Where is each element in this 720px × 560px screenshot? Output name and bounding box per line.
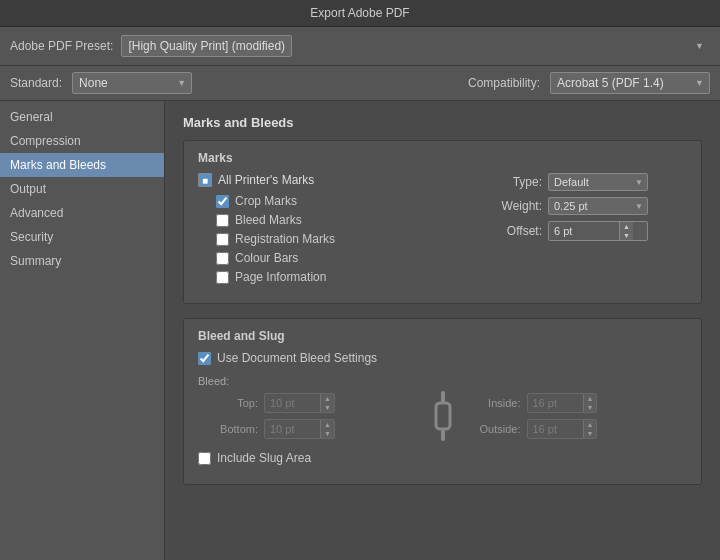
bleed-right-col: Inside: ▲ ▼ Outside: bbox=[461, 393, 688, 439]
use-document-row: Use Document Bleed Settings bbox=[198, 351, 687, 365]
inside-row: Inside: ▲ ▼ bbox=[461, 393, 688, 413]
colour-bars-checkbox[interactable] bbox=[216, 252, 229, 265]
registration-marks-checkbox[interactable] bbox=[216, 233, 229, 246]
preset-label: Adobe PDF Preset: bbox=[10, 39, 113, 53]
sidebar-item-advanced[interactable]: Advanced bbox=[0, 201, 164, 225]
compatibility-select-wrapper: Acrobat 5 (PDF 1.4) bbox=[550, 72, 710, 94]
bottom-input[interactable] bbox=[265, 421, 320, 437]
page-information-checkbox[interactable] bbox=[216, 271, 229, 284]
svg-rect-2 bbox=[436, 403, 450, 429]
bottom-label: Bottom: bbox=[198, 423, 258, 435]
page-information-row: Page Information bbox=[216, 270, 467, 284]
outside-down-button[interactable]: ▼ bbox=[584, 429, 597, 438]
include-slug-checkbox[interactable] bbox=[198, 452, 211, 465]
outside-up-button[interactable]: ▲ bbox=[584, 420, 597, 429]
svg-rect-0 bbox=[441, 391, 445, 403]
marks-group: Marks ■ All Printer's Marks Crop Marks bbox=[183, 140, 702, 304]
bottom-spinner-buttons: ▲ ▼ bbox=[320, 420, 334, 438]
marks-left: ■ All Printer's Marks Crop Marks Bleed M… bbox=[198, 173, 467, 289]
top-row: Top: ▲ ▼ bbox=[198, 393, 425, 413]
main-area: General Compression Marks and Bleeds Out… bbox=[0, 101, 720, 560]
bottom-up-button[interactable]: ▲ bbox=[321, 420, 334, 429]
outside-spinner: ▲ ▼ bbox=[527, 419, 598, 439]
type-select[interactable]: Default bbox=[548, 173, 648, 191]
weight-select-wrapper: 0.25 pt bbox=[548, 197, 648, 215]
preset-select[interactable]: [High Quality Print] (modified) bbox=[121, 35, 292, 57]
offset-up-button[interactable]: ▲ bbox=[620, 222, 633, 231]
type-select-wrapper: Default bbox=[548, 173, 648, 191]
top-spinner: ▲ ▼ bbox=[264, 393, 335, 413]
page-information-label: Page Information bbox=[235, 270, 326, 284]
svg-rect-1 bbox=[441, 429, 445, 441]
marks-group-label: Marks bbox=[198, 151, 687, 165]
type-row: Type: Default bbox=[487, 173, 687, 191]
crop-marks-checkbox[interactable] bbox=[216, 195, 229, 208]
section-title: Marks and Bleeds bbox=[183, 115, 702, 130]
registration-marks-row: Registration Marks bbox=[216, 232, 467, 246]
outside-label: Outside: bbox=[461, 423, 521, 435]
sidebar: General Compression Marks and Bleeds Out… bbox=[0, 101, 165, 560]
sidebar-item-general[interactable]: General bbox=[0, 105, 164, 129]
top-up-button[interactable]: ▲ bbox=[321, 394, 334, 403]
type-label: Type: bbox=[487, 175, 542, 189]
inside-up-button[interactable]: ▲ bbox=[584, 394, 597, 403]
chain-icon bbox=[430, 391, 456, 441]
sidebar-item-security[interactable]: Security bbox=[0, 225, 164, 249]
top-input[interactable] bbox=[265, 395, 320, 411]
offset-row: Offset: ▲ ▼ bbox=[487, 221, 687, 241]
crop-marks-label: Crop Marks bbox=[235, 194, 297, 208]
preset-wrapper: [High Quality Print] (modified) bbox=[121, 35, 710, 57]
window-title: Export Adobe PDF bbox=[310, 6, 409, 20]
inside-spinner-buttons: ▲ ▼ bbox=[583, 394, 597, 412]
outside-spinner-buttons: ▲ ▼ bbox=[583, 420, 597, 438]
all-printers-row: ■ All Printer's Marks bbox=[198, 173, 467, 187]
sidebar-item-compression[interactable]: Compression bbox=[0, 129, 164, 153]
bleed-section-label: Bleed: bbox=[198, 375, 687, 387]
bottom-down-button[interactable]: ▼ bbox=[321, 429, 334, 438]
standard-select-wrapper: None bbox=[72, 72, 192, 94]
use-document-checkbox[interactable] bbox=[198, 352, 211, 365]
standard-label: Standard: bbox=[10, 76, 62, 90]
offset-label: Offset: bbox=[487, 224, 542, 238]
sidebar-item-marks-and-bleeds[interactable]: Marks and Bleeds bbox=[0, 153, 164, 177]
bleed-marks-row: Bleed Marks bbox=[216, 213, 467, 227]
bleed-group-label: Bleed and Slug bbox=[198, 329, 687, 343]
inside-label: Inside: bbox=[461, 397, 521, 409]
weight-select[interactable]: 0.25 pt bbox=[548, 197, 648, 215]
bleed-marks-checkbox[interactable] bbox=[216, 214, 229, 227]
bleed-left-col: Top: ▲ ▼ Bottom: bbox=[198, 393, 425, 439]
offset-spinner: ▲ ▼ bbox=[548, 221, 648, 241]
top-spinner-buttons: ▲ ▼ bbox=[320, 394, 334, 412]
sidebar-item-summary[interactable]: Summary bbox=[0, 249, 164, 273]
content-panel: Marks and Bleeds Marks ■ All Printer's M… bbox=[165, 101, 720, 560]
weight-row: Weight: 0.25 pt bbox=[487, 197, 687, 215]
outside-input[interactable] bbox=[528, 421, 583, 437]
colour-bars-row: Colour Bars bbox=[216, 251, 467, 265]
bleed-grid: Top: ▲ ▼ Bottom: bbox=[198, 391, 687, 441]
sidebar-item-output[interactable]: Output bbox=[0, 177, 164, 201]
offset-input[interactable] bbox=[549, 223, 619, 239]
crop-marks-row: Crop Marks bbox=[216, 194, 467, 208]
all-printers-check[interactable]: ■ bbox=[198, 173, 212, 187]
include-slug-label: Include Slug Area bbox=[217, 451, 311, 465]
inside-spinner: ▲ ▼ bbox=[527, 393, 598, 413]
compatibility-select[interactable]: Acrobat 5 (PDF 1.4) bbox=[550, 72, 710, 94]
registration-marks-label: Registration Marks bbox=[235, 232, 335, 246]
top-down-button[interactable]: ▼ bbox=[321, 403, 334, 412]
bottom-row: Bottom: ▲ ▼ bbox=[198, 419, 425, 439]
outside-row: Outside: ▲ ▼ bbox=[461, 419, 688, 439]
marks-layout: ■ All Printer's Marks Crop Marks Bleed M… bbox=[198, 173, 687, 289]
include-slug-row: Include Slug Area bbox=[198, 451, 687, 465]
offset-spinner-buttons: ▲ ▼ bbox=[619, 222, 633, 240]
marks-right: Type: Default Weight: 0.25 pt bbox=[487, 173, 687, 289]
inside-input[interactable] bbox=[528, 395, 583, 411]
offset-down-button[interactable]: ▼ bbox=[620, 231, 633, 240]
standard-select[interactable]: None bbox=[72, 72, 192, 94]
all-printers-label: All Printer's Marks bbox=[218, 173, 314, 187]
weight-label: Weight: bbox=[487, 199, 542, 213]
colour-bars-label: Colour Bars bbox=[235, 251, 298, 265]
bleed-group: Bleed and Slug Use Document Bleed Settin… bbox=[183, 318, 702, 485]
inside-down-button[interactable]: ▼ bbox=[584, 403, 597, 412]
top-label: Top: bbox=[198, 397, 258, 409]
compatibility-label: Compatibility: bbox=[468, 76, 540, 90]
